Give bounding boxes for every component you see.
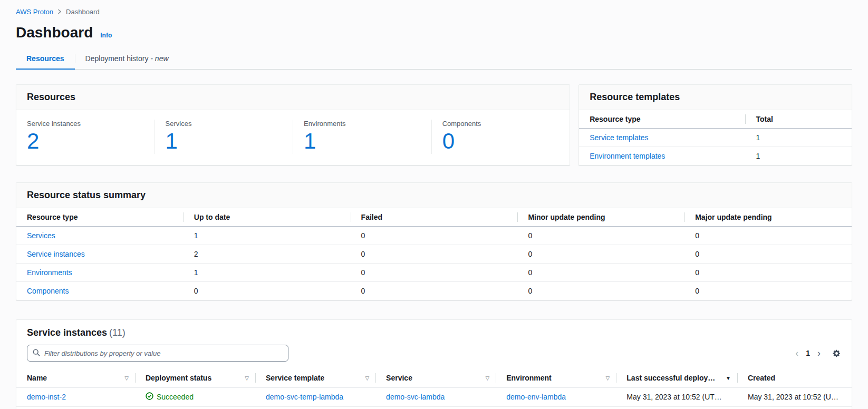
column-header-service[interactable]: Service▽ [375,369,496,387]
table-row: demo-inst-1 Succeeded demo-svc-temp-lamb… [16,407,852,409]
tab-deployment-history-label: Deployment history [85,54,149,63]
breadcrumb-current: Dashboard [66,8,100,16]
breadcrumb-separator-icon [57,8,62,16]
major-pending-value: 0 [684,282,852,300]
table-row: Environments 1 0 0 0 [16,264,852,282]
metric-components: Components 0 [432,120,570,154]
service-instances-card-header: Service instances (11) [16,320,852,338]
column-header-minor-update-pending: Minor update pending [517,208,684,227]
status-badge: Succeeded [146,392,245,402]
up-to-date-value: 0 [184,282,351,300]
service-template-link[interactable]: demo-svc-temp-lambda [266,393,365,401]
column-header-total: Total [745,110,852,129]
info-link[interactable]: Info [100,32,112,39]
resource-status-summary-card: Resource status summary Resource type Up… [16,182,852,300]
next-page-icon[interactable]: › [817,348,821,358]
breadcrumb-aws-proton-link[interactable]: AWS Proton [16,8,53,16]
page-title: Dashboard [16,24,93,41]
sort-caret-icon[interactable]: ▽ [603,375,610,381]
column-header-name[interactable]: Name▽ [16,369,135,387]
table-row: demo-inst-2 Succeeded demo-svc-temp-lamb… [16,387,852,407]
column-header-failed: Failed [351,208,518,227]
resource-templates-card-header: Resource templates [579,85,852,110]
minor-pending-value: 0 [517,245,684,264]
metric-label: Service instances [27,120,144,128]
minor-pending-value: 0 [517,227,684,245]
column-header-resource-type: Resource type [16,208,184,227]
table-settings-gear-icon[interactable] [832,349,841,358]
service-instances-card: Service instances (11) ‹ 1 › [16,319,852,409]
search-icon [33,349,40,358]
sort-caret-icon[interactable]: ▽ [483,375,490,381]
failed-value: 0 [351,282,518,300]
metric-service-instances: Service instances 2 [16,120,155,154]
minor-pending-value: 0 [517,264,684,282]
metric-label: Components [442,120,560,128]
column-header-up-to-date: Up to date [184,208,351,227]
sort-caret-icon[interactable]: ▽ [121,375,129,381]
services-link[interactable]: Services [27,231,55,240]
metric-value-link[interactable]: 0 [442,129,560,154]
column-header-major-update-pending: Major update pending [684,208,852,227]
service-templates-link[interactable]: Service templates [590,133,648,142]
previous-page-icon[interactable]: ‹ [795,348,798,358]
table-row: Services 1 0 0 0 [16,227,852,245]
column-header-resource-type: Resource type [579,110,745,129]
column-header-environment[interactable]: Environment▽ [496,369,616,387]
column-header-service-template[interactable]: Service template▽ [255,369,375,387]
column-header-last-successful-deployment[interactable]: Last successful deployment▼ [616,369,737,387]
last-deployment-timestamp: May 31, 2023 at 10:52 (UTC-4:00) [626,393,727,401]
environments-link[interactable]: Environments [27,268,72,277]
column-header-created[interactable]: Created [737,369,852,387]
created-timestamp: May 31, 2023 at 10:52 (UTC-4:00) [748,393,841,401]
status-summary-table: Resource type Up to date Failed Minor up… [16,208,852,300]
failed-value: 0 [351,227,518,245]
table-row: Service templates 1 [579,129,852,147]
pagination: ‹ 1 › [795,348,821,358]
proton-dashboard-page: AWS Proton Dashboard Dashboard Info Reso… [0,0,868,409]
breadcrumb: AWS Proton Dashboard [16,0,852,19]
tab-resources[interactable]: Resources [16,48,75,70]
title-row: Dashboard Info [16,19,852,48]
major-pending-value: 0 [684,227,852,245]
components-link[interactable]: Components [27,287,69,295]
resources-card: Resources Service instances 2 Services 1… [16,84,570,165]
sort-descending-icon[interactable]: ▼ [726,375,731,381]
service-instances-card-title: Service instances [27,327,107,338]
metric-value-link[interactable]: 1 [304,129,421,154]
service-link[interactable]: demo-svc-lambda [386,393,485,401]
service-templates-total: 1 [745,129,852,147]
sort-caret-icon[interactable]: ▽ [242,375,249,381]
environment-templates-link[interactable]: Environment templates [590,152,665,160]
instance-name-link[interactable]: demo-inst-2 [27,393,124,401]
environment-link[interactable]: demo-env-lambda [506,393,605,401]
table-row: Environment templates 1 [579,147,852,165]
up-to-date-value: 2 [184,245,351,264]
resource-templates-card: Resource templates Resource type Total S… [578,84,852,165]
metric-label: Services [166,120,283,128]
resources-card-title: Resources [27,92,75,102]
status-summary-card-title: Resource status summary [27,190,146,200]
service-instances-count: (11) [109,327,126,338]
service-instances-link[interactable]: Service instances [27,250,85,258]
up-to-date-value: 1 [184,227,351,245]
current-page-number[interactable]: 1 [806,349,810,357]
metric-services: Services 1 [155,120,294,154]
service-instances-table: Name▽ Deployment status▽ Service templat… [16,369,852,409]
major-pending-value: 0 [684,264,852,282]
table-toolbar: ‹ 1 › [16,338,852,369]
metric-value-link[interactable]: 2 [27,129,144,154]
table-row: Components 0 0 0 0 [16,282,852,300]
top-cards-row: Resources Service instances 2 Services 1… [16,84,852,165]
success-check-icon [146,392,153,402]
resource-templates-card-title: Resource templates [590,92,680,102]
sort-caret-icon[interactable]: ▽ [362,375,369,381]
filter-input[interactable] [44,349,283,357]
column-header-deployment-status[interactable]: Deployment status▽ [135,369,255,387]
failed-value: 0 [351,245,518,264]
tab-deployment-history[interactable]: Deployment history - new [75,48,179,69]
metric-value-link[interactable]: 1 [166,129,283,154]
minor-pending-value: 0 [517,282,684,300]
resource-templates-table: Resource type Total Service templates 1 … [579,110,852,165]
metric-label: Environments [304,120,421,128]
